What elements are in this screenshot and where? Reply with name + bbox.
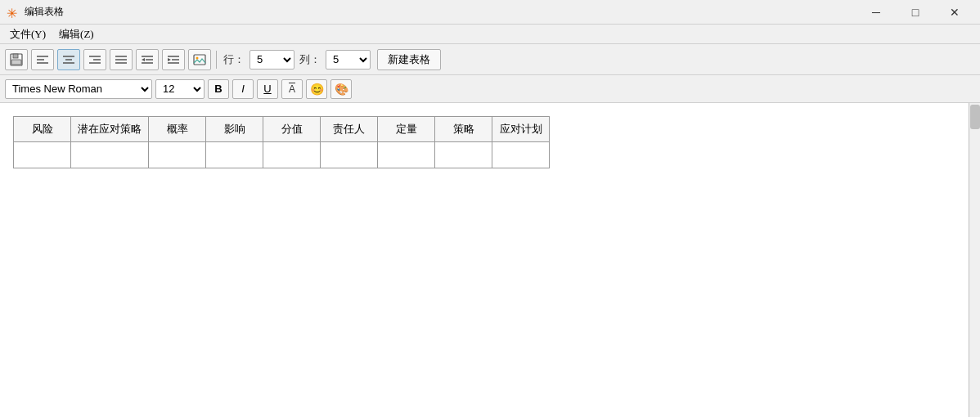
indent-increase-icon	[167, 54, 180, 65]
font-toolbar: Times New Roman Arial SimSun Microsoft Y…	[0, 75, 980, 103]
svg-marker-18	[142, 58, 145, 61]
col-label: 列：	[299, 52, 321, 67]
table-cell[interactable]	[435, 142, 492, 168]
align-right-icon	[88, 54, 101, 65]
emoji2-icon: 🎨	[335, 83, 348, 96]
toolbar-main: 行： 5 1234 678910 列： 5 1234 678910 新建表格	[0, 44, 980, 75]
align-right-button[interactable]	[83, 49, 106, 70]
insert-image-button[interactable]	[188, 49, 211, 70]
maximize-button[interactable]: □	[897, 0, 934, 25]
svg-rect-23	[194, 55, 205, 65]
toolbar-sep1	[216, 51, 217, 69]
new-table-button[interactable]: 新建表格	[377, 49, 441, 70]
align-center-icon	[62, 54, 75, 65]
table-header-cell: 概率	[149, 117, 206, 142]
table-cell[interactable]	[263, 142, 321, 168]
align-center-button[interactable]	[57, 49, 80, 70]
table-header-cell: 潜在应对策略	[71, 117, 149, 142]
emoji2-button[interactable]: 🎨	[330, 79, 352, 99]
table-cell[interactable]	[378, 142, 435, 168]
edit-table: 风险潜在应对策略概率影响分值责任人定量策略应对计划	[13, 116, 550, 168]
col-select[interactable]: 5 1234 678910	[326, 50, 371, 70]
table-cell[interactable]	[206, 142, 263, 168]
title-bar-controls: ─ □ ✕	[857, 0, 973, 25]
table-cell[interactable]	[71, 142, 149, 168]
menu-edit[interactable]: 编辑(Z)	[52, 25, 101, 43]
table-header-cell: 策略	[435, 117, 492, 142]
table-header-cell: 应对计划	[492, 117, 550, 142]
underline-button[interactable]: U	[257, 79, 278, 99]
emoji1-icon: 😊	[310, 83, 324, 96]
font-name-select[interactable]: Times New Roman Arial SimSun Microsoft Y…	[5, 79, 152, 99]
align-left-button[interactable]	[31, 49, 54, 70]
save-icon	[10, 53, 23, 66]
table-header-cell: 分值	[263, 117, 321, 142]
save-button[interactable]	[5, 49, 28, 70]
indent-increase-button[interactable]	[162, 49, 185, 70]
title-bar: ✳ 编辑表格 ─ □ ✕	[0, 0, 980, 25]
bold-button[interactable]: B	[208, 79, 229, 99]
table-cell[interactable]	[149, 142, 206, 168]
svg-point-24	[196, 56, 199, 59]
indent-decrease-icon	[141, 54, 154, 65]
row-select[interactable]: 5 1234 678910	[249, 50, 294, 70]
table-header-cell: 风险	[14, 117, 71, 142]
table-cell[interactable]	[321, 142, 378, 168]
title-bar-left: ✳ 编辑表格	[7, 5, 64, 19]
table-header-row: 风险潜在应对策略概率影响分值责任人定量策略应对计划	[14, 117, 550, 142]
main-content: 风险潜在应对策略概率影响分值责任人定量策略应对计划	[0, 103, 980, 417]
table-header-cell: 定量	[378, 117, 435, 142]
close-button[interactable]: ✕	[936, 0, 973, 25]
align-left-icon	[36, 54, 49, 65]
table-header-cell: 责任人	[321, 117, 378, 142]
align-justify-icon	[115, 54, 128, 65]
svg-marker-22	[168, 58, 171, 61]
minimize-button[interactable]: ─	[857, 0, 895, 25]
editor-area[interactable]: 风险潜在应对策略概率影响分值责任人定量策略应对计划	[0, 103, 969, 417]
scrollbar-vertical[interactable]	[969, 103, 980, 417]
table-cell[interactable]	[492, 142, 550, 168]
table-row	[14, 142, 550, 168]
table-header-cell: 影响	[206, 117, 263, 142]
row-label: 行：	[223, 52, 245, 67]
title-text: 编辑表格	[25, 5, 64, 19]
scrollbar-thumb[interactable]	[970, 105, 980, 129]
insert-image-icon	[193, 53, 206, 66]
table-cell[interactable]	[14, 142, 71, 168]
emoji1-button[interactable]: 😊	[306, 79, 327, 99]
svg-rect-1	[13, 54, 18, 58]
indent-decrease-button[interactable]	[136, 49, 159, 70]
app-icon: ✳	[7, 6, 20, 19]
strikethrough-button[interactable]: A	[281, 79, 303, 99]
menu-bar: 文件(Y) 编辑(Z)	[0, 25, 980, 44]
align-justify-button[interactable]	[110, 49, 133, 70]
italic-button[interactable]: I	[232, 79, 254, 99]
font-size-select[interactable]: 12 891011 14161820 2428364872	[155, 79, 205, 99]
menu-file[interactable]: 文件(Y)	[3, 25, 52, 43]
svg-rect-2	[11, 60, 21, 65]
